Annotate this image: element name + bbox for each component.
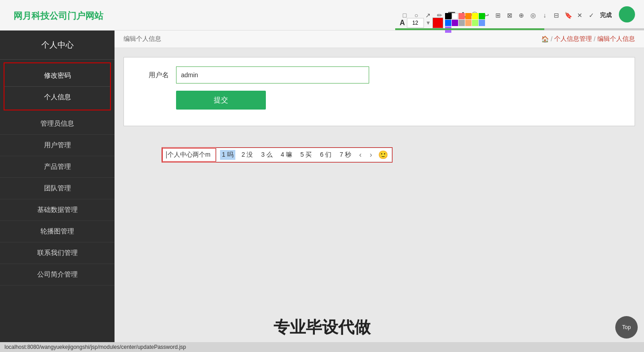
breadcrumb-bar: 编辑个人信息 🏠 / 个人信息管理 / 编辑个人信息	[115, 31, 644, 48]
close-icon[interactable]: ✕	[575, 10, 585, 20]
swatch-gray[interactable]	[459, 20, 465, 26]
home-icon[interactable]: 🏠	[541, 35, 549, 43]
page-title: 编辑个人信息	[124, 35, 161, 43]
ime-suggestions: 1 吗 2 没 3 么 4 嘛 5 买 6 们 7 秒 ‹ › 🙂	[216, 148, 392, 162]
user-avatar-icon[interactable]	[619, 6, 635, 22]
toolbar-progress	[395, 28, 644, 30]
swatch-black[interactable]	[445, 13, 451, 19]
ime-cursor	[166, 151, 167, 158]
sidebar: 个人中心 修改密码 个人信息 管理员信息 用户管理 产品管理 团队管理 基础数据…	[0, 31, 115, 352]
swatch-green-light[interactable]	[472, 20, 478, 26]
sidebar-group-personal: 修改密码 个人信息	[4, 62, 111, 110]
swatch-red-light[interactable]	[459, 13, 465, 19]
check-icon[interactable]: ✓	[587, 10, 596, 20]
circle2-icon[interactable]: ◎	[528, 10, 538, 20]
ime-suggestion-6[interactable]: 6 们	[318, 150, 333, 160]
sidebar-item-team-management[interactable]: 团队管理	[0, 178, 115, 199]
breadcrumb-sep2: /	[594, 35, 595, 43]
sidebar-item-admin-info[interactable]: 管理员信息	[0, 113, 115, 135]
breadcrumb-sep1: /	[551, 35, 552, 43]
status-url: localhost:8080/wangyuekejigongshi/jsp/mo…	[4, 344, 186, 350]
font-size-dropdown[interactable]: ▼	[426, 20, 431, 26]
ime-suggestion-3[interactable]: 3 么	[259, 150, 274, 160]
download-icon[interactable]: ↓	[540, 10, 550, 20]
font-size-input[interactable]	[407, 18, 424, 28]
color-red-swatch[interactable]	[432, 18, 443, 28]
sidebar-item-contact-us[interactable]: 联系我们管理	[0, 242, 115, 264]
ime-emoji-btn[interactable]: 🙂	[378, 150, 388, 160]
sidebar-item-carousel[interactable]: 轮播图管理	[0, 221, 115, 242]
ime-suggestion-7[interactable]: 7 秒	[338, 150, 353, 160]
ime-input-text: 个人中心两个m	[168, 151, 211, 159]
sidebar-item-company-intro[interactable]: 公司简介管理	[0, 264, 115, 286]
swatch-yellow[interactable]	[472, 13, 478, 19]
sidebar-item-personal-info[interactable]: 个人信息	[4, 87, 110, 108]
swatch-orange-light[interactable]	[465, 20, 472, 26]
ime-popup: 个人中心两个m 1 吗 2 没 3 么 4 嘛 5 买 6 们 7 秒 ‹ › …	[162, 147, 393, 163]
submit-button[interactable]: 提交	[176, 91, 266, 110]
ime-input-area[interactable]: 个人中心两个m	[162, 148, 216, 162]
done-label[interactable]: 完成	[600, 11, 612, 19]
ime-suggestion-1[interactable]: 1 吗	[220, 150, 235, 160]
font-controls: A ▼	[400, 16, 490, 30]
breadcrumb: 🏠 / 个人信息管理 / 编辑个人信息	[541, 35, 635, 43]
ime-suggestion-5[interactable]: 5 买	[299, 150, 314, 160]
bookmark2-icon[interactable]: 🔖	[563, 10, 573, 20]
username-input[interactable]	[176, 66, 369, 84]
stamp-icon[interactable]: ⊞	[493, 10, 503, 20]
ime-next-btn[interactable]: ›	[368, 150, 374, 160]
swatch-green[interactable]	[479, 13, 485, 19]
main-layout: 个人中心 修改密码 个人信息 管理员信息 用户管理 产品管理 团队管理 基础数据…	[0, 31, 644, 352]
footer-text: 专业毕设代做	[273, 317, 371, 339]
sidebar-item-product-management[interactable]: 产品管理	[0, 156, 115, 178]
content-area: 编辑个人信息 🏠 / 个人信息管理 / 编辑个人信息 用户名 提交 个人	[115, 31, 644, 352]
breadcrumb-link-info-management[interactable]: 个人信息管理	[554, 35, 592, 43]
ime-prev-btn[interactable]: ‹	[357, 150, 363, 160]
breadcrumb-link-edit-info[interactable]: 编辑个人信息	[597, 35, 635, 43]
site-title: 网月科技公司门户网站	[13, 10, 103, 22]
swatch-purple[interactable]	[452, 20, 458, 26]
submit-row: 提交	[133, 91, 626, 110]
sidebar-item-basic-data[interactable]: 基础数据管理	[0, 199, 115, 221]
ime-suggestion-2[interactable]: 2 没	[240, 150, 255, 160]
bookmark-icon[interactable]: ⊟	[551, 10, 561, 20]
sidebar-item-user-management[interactable]: 用户管理	[0, 135, 115, 156]
ime-suggestion-4[interactable]: 4 嘛	[279, 150, 294, 160]
username-label: 用户名	[133, 71, 169, 79]
mosaic-icon[interactable]: ⊠	[505, 10, 515, 20]
top-toolbar: 网月科技公司门户网站 □ ○ ↗ ✏ ⬛ A ⓘ ↩ ⊞ ⊠ ⊕ ◎ ↓ ⊟ 🔖…	[0, 0, 644, 31]
form-container: 用户名 提交	[124, 57, 635, 126]
back-to-top-button[interactable]: Top	[615, 316, 638, 339]
swatch-blue-light[interactable]	[479, 20, 485, 26]
swatch-blue[interactable]	[445, 20, 451, 26]
target-icon[interactable]: ⊕	[516, 10, 526, 20]
swatch-orange[interactable]	[465, 13, 472, 19]
sidebar-header: 个人中心	[0, 31, 115, 60]
sidebar-item-change-password[interactable]: 修改密码	[4, 65, 110, 87]
username-row: 用户名	[133, 66, 626, 84]
status-bar: localhost:8080/wangyuekejigongshi/jsp/mo…	[0, 342, 644, 352]
font-a-label: A	[400, 19, 405, 27]
swatch-white[interactable]	[452, 13, 458, 19]
